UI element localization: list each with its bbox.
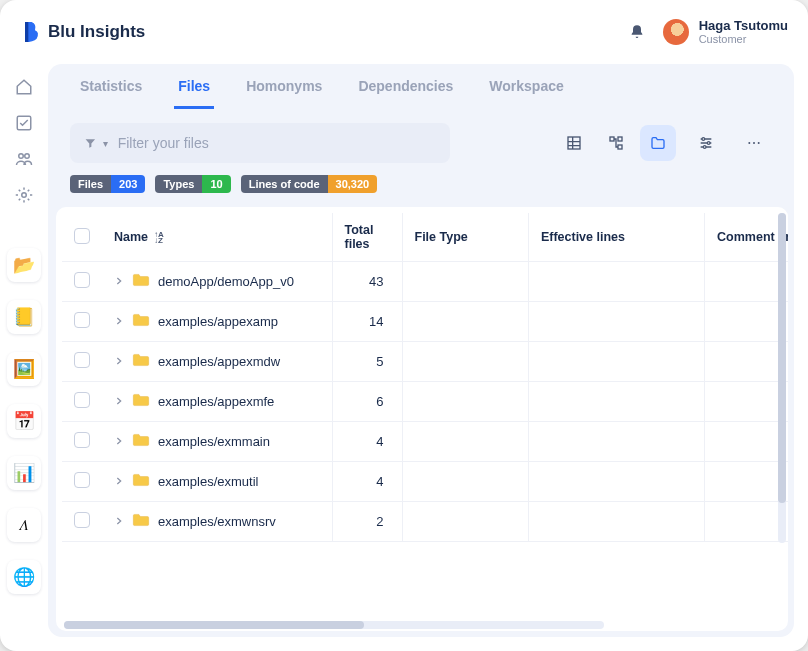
col-comment-lines[interactable]: Comment lines (705, 213, 788, 262)
sidebar-card-image[interactable]: 🖼️ (7, 352, 41, 386)
row-name-text: examples/exmutil (158, 474, 258, 489)
summary-badges: Files203 Types10 Lines of code30,320 (48, 173, 794, 207)
row-name-text: examples/exmwnsrv (158, 514, 276, 529)
col-name[interactable]: Name↑A↓Z (102, 213, 332, 262)
folder-icon (132, 473, 150, 490)
expand-chevron-icon[interactable] (114, 314, 124, 329)
expand-chevron-icon[interactable] (114, 354, 124, 369)
view-table-button[interactable] (556, 125, 592, 161)
row-checkbox[interactable] (74, 272, 90, 288)
filter-input[interactable] (118, 135, 436, 151)
expand-chevron-icon[interactable] (114, 394, 124, 409)
sidebar-card-globe[interactable]: 🌐 (7, 560, 41, 594)
notifications-icon[interactable] (629, 24, 645, 40)
sort-icon[interactable]: ↑A↓Z (154, 232, 164, 244)
svg-point-8 (702, 138, 705, 141)
filter-icon (84, 136, 97, 150)
folder-icon (132, 393, 150, 410)
table-row[interactable]: examples/appexmfe6 (62, 382, 788, 422)
sidebar-card-chart[interactable]: 📊 (7, 456, 41, 490)
tab-workspace[interactable]: Workspace (485, 78, 567, 109)
svg-rect-4 (568, 137, 580, 149)
app-header: Blu Insights Haga Tsutomu Customer (0, 0, 808, 64)
user-name: Haga Tsutomu (699, 19, 788, 33)
row-checkbox[interactable] (74, 472, 90, 488)
more-button[interactable] (736, 125, 772, 161)
table-container: Name↑A↓Z Total files File Type Effective… (56, 207, 788, 631)
row-name-text: examples/appexmfe (158, 394, 274, 409)
view-tree-button[interactable] (598, 125, 634, 161)
badge-types: Types10 (155, 175, 230, 193)
svg-point-12 (753, 142, 755, 144)
user-role: Customer (699, 33, 788, 45)
view-folder-button[interactable] (640, 125, 676, 161)
row-total-files: 4 (332, 462, 402, 502)
settings-sliders-button[interactable] (688, 125, 724, 161)
row-name-text: examples/exmmain (158, 434, 270, 449)
row-checkbox[interactable] (74, 512, 90, 528)
folder-icon (132, 353, 150, 370)
table-row[interactable]: demoApp/demoApp_v043 (62, 262, 788, 302)
tab-statistics[interactable]: Statistics (76, 78, 146, 109)
folder-icon (132, 433, 150, 450)
svg-point-10 (703, 146, 706, 149)
badge-files: Files203 (70, 175, 145, 193)
expand-chevron-icon[interactable] (114, 474, 124, 489)
user-block[interactable]: Haga Tsutomu Customer (699, 19, 788, 45)
files-table: Name↑A↓Z Total files File Type Effective… (62, 213, 788, 542)
row-total-files: 14 (332, 302, 402, 342)
row-name-text: examples/appexmdw (158, 354, 280, 369)
expand-chevron-icon[interactable] (114, 514, 124, 529)
check-icon[interactable] (15, 114, 33, 132)
users-icon[interactable] (15, 150, 33, 168)
row-checkbox[interactable] (74, 392, 90, 408)
expand-chevron-icon[interactable] (114, 274, 124, 289)
row-name-text: examples/appexamp (158, 314, 278, 329)
expand-chevron-icon[interactable] (114, 434, 124, 449)
row-name-text: demoApp/demoApp_v0 (158, 274, 294, 289)
col-effective-lines[interactable]: Effective lines (528, 213, 704, 262)
sidebar-card-compass[interactable]: 𝛬 (7, 508, 41, 542)
tab-files[interactable]: Files (174, 78, 214, 109)
table-row[interactable]: examples/exmmain4 (62, 422, 788, 462)
row-total-files: 2 (332, 502, 402, 542)
row-checkbox[interactable] (74, 432, 90, 448)
row-checkbox[interactable] (74, 312, 90, 328)
sidebar-card-calendar[interactable]: 📅 (7, 404, 41, 438)
badge-loc: Lines of code30,320 (241, 175, 378, 193)
app-window: Blu Insights Haga Tsutomu Customer 📂 📒 🖼… (0, 0, 808, 651)
sidebar-card-notes[interactable]: 📒 (7, 300, 41, 334)
app-title: Blu Insights (48, 22, 145, 42)
svg-point-2 (25, 154, 30, 159)
row-total-files: 6 (332, 382, 402, 422)
app-logo[interactable]: Blu Insights (20, 20, 145, 44)
table-row[interactable]: examples/appexmdw5 (62, 342, 788, 382)
table-row[interactable]: examples/exmwnsrv2 (62, 502, 788, 542)
sidebar-card-folder[interactable]: 📂 (7, 248, 41, 282)
col-total-files[interactable]: Total files (332, 213, 402, 262)
tab-homonyms[interactable]: Homonyms (242, 78, 326, 109)
row-total-files: 5 (332, 342, 402, 382)
toolbar: ▾ (48, 109, 794, 173)
svg-rect-6 (618, 137, 622, 141)
folder-icon (132, 273, 150, 290)
main-content: Statistics Files Homonyms Dependencies W… (48, 64, 794, 637)
horizontal-scrollbar[interactable] (64, 621, 604, 629)
svg-point-11 (748, 142, 750, 144)
home-icon[interactable] (15, 78, 33, 96)
folder-icon (132, 513, 150, 530)
user-avatar[interactable] (663, 19, 689, 45)
table-row[interactable]: examples/appexamp14 (62, 302, 788, 342)
select-all-checkbox[interactable] (74, 228, 90, 244)
tab-dependencies[interactable]: Dependencies (354, 78, 457, 109)
vertical-scrollbar[interactable] (778, 213, 786, 543)
settings-icon[interactable] (15, 186, 33, 204)
svg-rect-7 (618, 145, 622, 149)
filter-box[interactable]: ▾ (70, 123, 450, 163)
nav-tabs: Statistics Files Homonyms Dependencies W… (48, 78, 794, 109)
svg-rect-5 (610, 137, 614, 141)
row-total-files: 4 (332, 422, 402, 462)
table-row[interactable]: examples/exmutil4 (62, 462, 788, 502)
row-checkbox[interactable] (74, 352, 90, 368)
col-file-type[interactable]: File Type (402, 213, 528, 262)
